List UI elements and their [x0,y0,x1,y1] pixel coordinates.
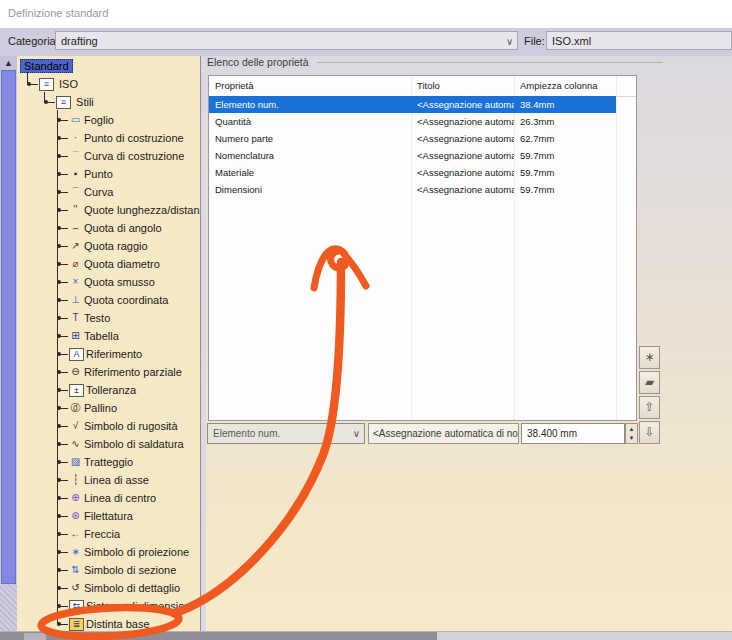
tree-item-iso[interactable]: ≡ ISO [27,76,78,92]
table-cell: <Assegnazione automatica di... [411,96,514,113]
title-input[interactable]: <Assegnazione automatica di no [368,423,519,444]
tree-item-riferimento-parziale[interactable]: ⊖Riferimento parziale [57,364,182,380]
category-toolbar: Categoria: drafting ∨ File: ISO.xml [0,28,732,57]
property-row-elemento-num-[interactable]: Elemento num.<Assegnazione automatica di… [209,96,616,113]
tree-item-label: Curva di costruzione [84,150,184,162]
diameter-dimension-icon: ⌀ [69,256,82,272]
tolerance-icon: ± [69,384,84,397]
tree-item-label: Tratteggio [84,456,133,468]
tree-item-linea-di-centro[interactable]: ⊕Linea di centro [57,490,156,506]
tree-item-punto[interactable]: ▪Punto [57,166,113,182]
tree-item-quota-raggio[interactable]: ↗Quota raggio [57,238,148,254]
tree-item-simbolo-di-saldatura[interactable]: ∿Simbolo di saldatura [57,436,184,452]
spinner-up-icon[interactable]: ▴ [626,424,637,433]
tree-item-label: Linea di asse [84,474,149,486]
tree-item-label: Stili [76,96,94,108]
column-header-proprieta[interactable]: Proprietà [209,76,411,96]
property-row-dimensioni[interactable]: Dimensioni<Assegnazione automatica di...… [209,181,636,198]
tree-item-tolleranza[interactable]: ±Tolleranza [57,382,136,398]
tree-scrollbar[interactable]: ▲ [0,56,17,631]
add-property-button[interactable]: ∗ [639,346,660,369]
move-down-button[interactable]: ⇩ [639,421,660,444]
column-header-ampiezza[interactable]: Ampiezza colonna [514,76,636,96]
tree-item-curva[interactable]: ⌒Curva [57,184,113,200]
tree-item-label: Punto [84,168,113,180]
tree-item-label: Riferimento [86,348,142,360]
chevron-down-icon: ∨ [353,424,360,443]
tree-item-label: Pallino [84,402,117,414]
table-cell: <Assegnazione automatica di... [411,147,514,164]
tree-item-label: Tolleranza [86,384,136,396]
remove-property-button[interactable]: ▰ [639,371,660,394]
tree-item-label: Distinta base [86,618,150,630]
tree-item-tratteggio[interactable]: ▨Tratteggio [57,454,133,470]
table-body: Elemento num.<Assegnazione automatica di… [209,96,636,198]
chevron-down-icon[interactable]: ∨ [506,36,513,47]
property-select[interactable]: Elemento num. ∨ [207,423,365,444]
tree-item-simbolo-di-dettaglio[interactable]: ↺Simbolo di dettaglio [57,580,180,596]
scroll-up-button[interactable]: ▲ [0,56,17,70]
property-row-numero-parte[interactable]: Numero parte<Assegnazione automatica di.… [209,130,636,147]
property-row-materiale[interactable]: Materiale<Assegnazione automatica di...5… [209,164,636,181]
axis-line-icon: ┆ [69,472,82,488]
tree-item-label: Quota raggio [84,240,148,252]
tree-item-quota-diametro[interactable]: ⌀Quota diametro [57,256,160,272]
property-row-nomenclatura[interactable]: Nomenclatura<Assegnazione automatica di.… [209,147,636,164]
tree-item-linea-di-asse[interactable]: ┆Linea di asse [57,472,149,488]
tree-item-filettatura[interactable]: ⊛Filettatura [57,508,133,524]
table-cell: <Assegnazione automatica di... [411,113,514,130]
table-cell: Materiale [209,164,411,181]
tree-item-curva-di-costruzione[interactable]: ⌒Curva di costruzione [57,148,184,164]
tree-item-tabella[interactable]: ⊞Tabella [57,328,119,344]
arrow-icon: ← [69,526,82,542]
tree-item-label: Testo [84,312,110,324]
tree-item-quota-coordinata[interactable]: ⊥Quota coordinata [57,292,168,308]
chamfer-dimension-icon: × [69,274,82,290]
panel-splitter[interactable] [200,56,206,631]
welding-symbol-icon: ∿ [69,436,82,452]
tree-item-quota-smusso[interactable]: ×Quota smusso [57,274,155,290]
tree-item-freccia[interactable]: ←Freccia [57,526,120,542]
move-up-button[interactable]: ⇧ [639,396,660,419]
standards-tree: Standard ≡ ISO ≡ Stili ▭Foglio·Punto di … [17,56,200,631]
table-cell: 38.4mm [514,96,636,113]
detail-symbol-icon: ↺ [69,580,82,596]
tree-item-distinta-base[interactable]: ≣Distinta base [57,616,150,631]
tree-item-simbolo-di-rugosit-[interactable]: √Simbolo di rugosità [57,418,178,434]
spinner-down-icon[interactable]: ▾ [626,433,637,442]
tree-item-punto-di-costruzione[interactable]: ·Punto di costruzione [57,130,184,146]
tree-item-simbolo-di-proiezione[interactable]: ∗Simbolo di proiezione [57,544,189,560]
file-field[interactable]: ISO.xml [546,31,732,50]
tree-item-pallino[interactable]: ⓓPallino [57,400,117,416]
tree-item-label: Freccia [84,528,120,540]
coordinate-dimension-icon: ⊥ [69,292,82,308]
tree-item-testo[interactable]: TTesto [57,310,110,326]
column-width-input[interactable]: 38.400 mm [521,423,625,444]
column-header-titolo[interactable]: Titolo [411,76,514,96]
tree-item-foglio[interactable]: ▭Foglio [57,112,114,128]
tree-item-label: Filettatura [84,510,133,522]
radius-dimension-icon: ↗ [69,238,82,254]
tree-item-riferimento[interactable]: ARiferimento [57,346,142,362]
tree-item-label: Simbolo di dettaglio [84,582,180,594]
scrollbar-thumb[interactable] [1,70,16,584]
tree-item-label: Standard [20,59,73,73]
table-cell: 62.7mm [514,130,636,147]
category-combobox[interactable]: drafting [55,31,518,50]
tree-item-label: Riferimento parziale [84,366,182,378]
dialog-title: Definizione standard [8,7,108,19]
tree-item-label: Quote lunghezza/distanza [84,204,200,216]
tree-item-quota-di-angolo[interactable]: ⌢Quota di angolo [57,220,162,236]
hatching-icon: ▨ [69,454,82,470]
property-row-quantit-[interactable]: Quantità<Assegnazione automatica di...26… [209,113,636,130]
up-arrow-icon: ⇧ [644,400,654,414]
tree-item-sistema-di-dimensioni[interactable]: ⇆Sistema di dimensioni [57,598,193,614]
category-value: drafting [61,35,98,47]
tree-item-quote-lunghezza-distanza[interactable]: ''Quote lunghezza/distanza [57,202,200,218]
length-dimension-icon: '' [69,202,82,218]
construction-point-icon: · [69,130,82,146]
tree-item-stili[interactable]: ≡ Stili [44,94,94,110]
width-spinner[interactable]: ▴ ▾ [625,423,638,444]
scrollbar-track[interactable] [0,584,17,631]
tree-item-simbolo-di-sezione[interactable]: ⇅Simbolo di sezione [57,562,176,578]
